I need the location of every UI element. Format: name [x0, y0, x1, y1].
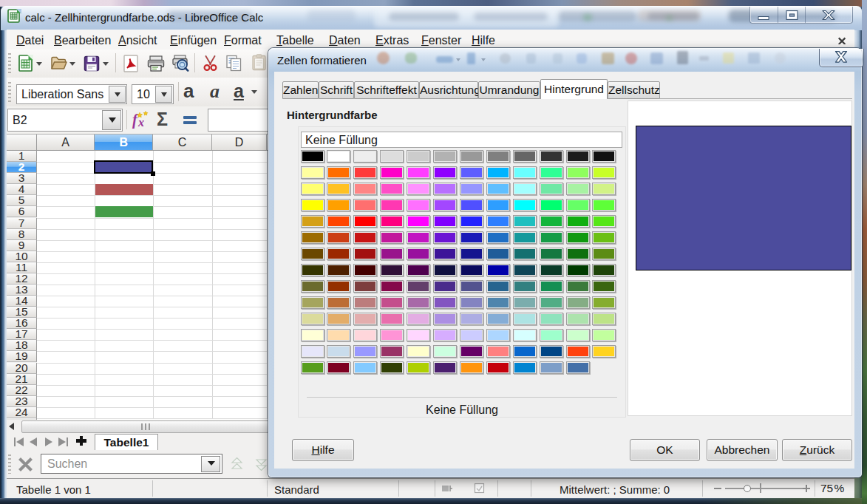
- svg-text:x: x: [137, 116, 144, 129]
